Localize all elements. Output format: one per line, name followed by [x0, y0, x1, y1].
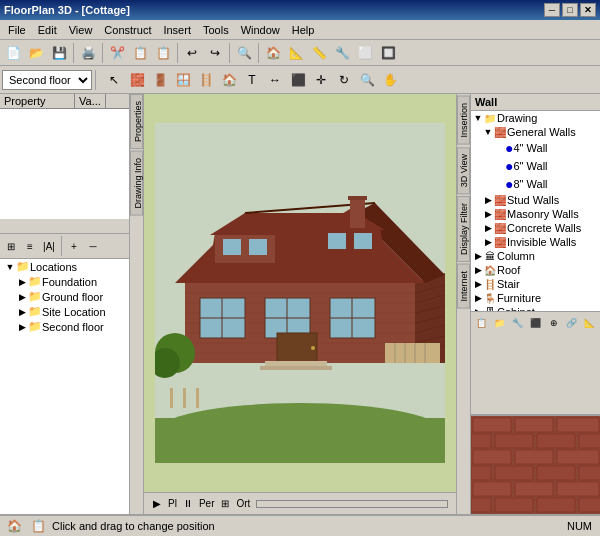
menu-view[interactable]: View	[63, 22, 99, 38]
expand-cabinet-icon[interactable]: ▶	[473, 307, 483, 311]
rp-btn1[interactable]: 📋	[473, 314, 490, 332]
prop-filter-button[interactable]: |A|	[40, 237, 58, 255]
expand-concrete-icon[interactable]: ▶	[483, 223, 493, 233]
close-button[interactable]: ✕	[580, 3, 596, 17]
text-tool[interactable]: T	[241, 69, 263, 91]
tree-foundation[interactable]: ▶ 📁 Foundation	[0, 274, 129, 289]
status-btn1[interactable]: 🏠	[4, 517, 24, 535]
window-tool[interactable]: 🪟	[172, 69, 194, 91]
rp-btn3[interactable]: 🔧	[509, 314, 526, 332]
3d-view-tab[interactable]: 3D View	[457, 147, 470, 194]
maximize-button[interactable]: □	[562, 3, 578, 17]
expand-roof-icon[interactable]: ▶	[473, 265, 483, 275]
expand-icon[interactable]: ▶	[16, 322, 28, 332]
pan-tool[interactable]: ✋	[379, 69, 401, 91]
minimize-button[interactable]: ─	[544, 3, 560, 17]
undo-button[interactable]: ↩	[181, 42, 203, 64]
dim-tool[interactable]: ↔	[264, 69, 286, 91]
play-button[interactable]: ▶	[148, 495, 166, 513]
search-button[interactable]: 🔍	[233, 42, 255, 64]
tree-root[interactable]: ▼ 📁 Locations	[0, 259, 129, 274]
right-tree-drawing[interactable]: ▼ 📁 Drawing	[471, 111, 600, 125]
expand-masonry-icon[interactable]: ▶	[483, 209, 493, 219]
expand-6wall-icon[interactable]	[495, 161, 505, 171]
expand-drawing-icon[interactable]: ▼	[473, 113, 483, 123]
insertion-tab[interactable]: Insertion	[457, 96, 470, 145]
right-tree-stair[interactable]: ▶ 🪜 Stair	[471, 277, 600, 291]
expand-column-icon[interactable]: ▶	[473, 251, 483, 261]
expand-stair-icon[interactable]: ▶	[473, 279, 483, 289]
canvas-scrollbar-h[interactable]	[252, 500, 452, 508]
new-button[interactable]: 📄	[2, 42, 24, 64]
menu-edit[interactable]: Edit	[32, 22, 63, 38]
menu-insert[interactable]: Insert	[157, 22, 197, 38]
properties-tab[interactable]: Properties	[130, 94, 143, 149]
right-tree-6wall[interactable]: ● 6" Wall	[471, 157, 600, 175]
rp-btn4[interactable]: ⬛	[527, 314, 544, 332]
print-button[interactable]: 🖨️	[77, 42, 99, 64]
expand-8wall-icon[interactable]	[495, 179, 505, 189]
roof-tool[interactable]: 🏠	[218, 69, 240, 91]
right-tree-invisible[interactable]: ▶ 🧱 Invisible Walls	[471, 235, 600, 249]
right-tree-concrete[interactable]: ▶ 🧱 Concrete Walls	[471, 221, 600, 235]
expand-general-walls-icon[interactable]: ▼	[483, 127, 493, 137]
expand-4wall-icon[interactable]	[495, 143, 505, 153]
right-tree-roof[interactable]: ▶ 🏠 Roof	[471, 263, 600, 277]
wall-tool[interactable]: 🧱	[126, 69, 148, 91]
menu-construct[interactable]: Construct	[98, 22, 157, 38]
tb-extra-3[interactable]: 📏	[308, 42, 330, 64]
right-tree-column[interactable]: ▶ 🏛 Column	[471, 249, 600, 263]
move-tool[interactable]: ✛	[310, 69, 332, 91]
tb-extra-1[interactable]: 🏠	[262, 42, 284, 64]
tree-ground-floor[interactable]: ▶ 📁 Ground floor	[0, 289, 129, 304]
right-tree-4wall[interactable]: ● 4" Wall	[471, 139, 600, 157]
cursor-tool[interactable]: ↖	[103, 69, 125, 91]
menu-tools[interactable]: Tools	[197, 22, 235, 38]
select-tool[interactable]: ⬛	[287, 69, 309, 91]
floor-select[interactable]: Foundation Ground floor Second floor Roo…	[2, 70, 92, 90]
ortho-button[interactable]: ⊞	[216, 495, 234, 513]
drawing-info-tab[interactable]: Drawing Info	[130, 151, 143, 216]
tree-site-location[interactable]: ▶ 📁 Site Location	[0, 304, 129, 319]
tb-extra-2[interactable]: 📐	[285, 42, 307, 64]
display-filter-tab[interactable]: Display Filter	[457, 196, 470, 262]
3d-view[interactable]	[144, 94, 456, 492]
prop-list-button[interactable]: ≡	[21, 237, 39, 255]
expand-icon[interactable]: ▶	[16, 277, 28, 287]
rp-btn5[interactable]: ⊕	[545, 314, 562, 332]
expand-icon[interactable]: ▶	[16, 307, 28, 317]
rotate-tool[interactable]: ↻	[333, 69, 355, 91]
rp-btn2[interactable]: 📁	[491, 314, 508, 332]
zoom-tool[interactable]: 🔍	[356, 69, 378, 91]
expand-icon[interactable]: ▼	[4, 262, 16, 272]
expand-invisible-icon[interactable]: ▶	[483, 237, 493, 247]
redo-button[interactable]: ↪	[204, 42, 226, 64]
status-btn2[interactable]: 📋	[28, 517, 48, 535]
cut-button[interactable]: ✂️	[106, 42, 128, 64]
internet-tab[interactable]: Internet	[457, 264, 470, 309]
tb-extra-5[interactable]: ⬜	[354, 42, 376, 64]
prop-add-button[interactable]: +	[65, 237, 83, 255]
tb-extra-4[interactable]: 🔧	[331, 42, 353, 64]
menu-file[interactable]: File	[2, 22, 32, 38]
tree-second-floor[interactable]: ▶ 📁 Second floor	[0, 319, 129, 334]
tb-extra-6[interactable]: 🔲	[377, 42, 399, 64]
expand-furniture-icon[interactable]: ▶	[473, 293, 483, 303]
door-tool[interactable]: 🚪	[149, 69, 171, 91]
save-button[interactable]: 💾	[48, 42, 70, 64]
menu-help[interactable]: Help	[286, 22, 321, 38]
prop-remove-button[interactable]: ─	[84, 237, 102, 255]
copy-button[interactable]: 📋	[129, 42, 151, 64]
right-tree-general-walls[interactable]: ▼ 🧱 General Walls	[471, 125, 600, 139]
rp-btn7[interactable]: 📐	[581, 314, 598, 332]
open-button[interactable]: 📂	[25, 42, 47, 64]
expand-icon[interactable]: ▶	[16, 292, 28, 302]
right-tree-stud-walls[interactable]: ▶ 🧱 Stud Walls	[471, 193, 600, 207]
pause-button[interactable]: ⏸	[179, 495, 197, 513]
paste-button[interactable]: 📋	[152, 42, 174, 64]
prop-tab-button[interactable]: ⊞	[2, 237, 20, 255]
right-tree-masonry[interactable]: ▶ 🧱 Masonry Walls	[471, 207, 600, 221]
stair-tool[interactable]: 🪜	[195, 69, 217, 91]
right-tree-furniture[interactable]: ▶ 🪑 Furniture	[471, 291, 600, 305]
menu-window[interactable]: Window	[235, 22, 286, 38]
